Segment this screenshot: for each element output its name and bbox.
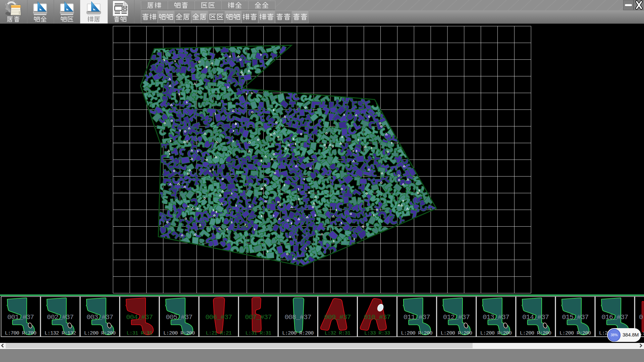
svg-text:010_#37: 010_#37 <box>364 313 390 321</box>
svg-text:L:200 R:200: L:200 R:200 <box>84 330 116 336</box>
svg-text:L:31 R:31: L:31 R:31 <box>246 330 271 336</box>
svg-text:L:200 R:200: L:200 R:200 <box>401 330 433 336</box>
svg-text:L:33 R:33: L:33 R:33 <box>364 330 390 336</box>
svg-text:009_#37: 009_#37 <box>324 313 351 321</box>
svg-text:005_#37: 005_#37 <box>166 313 192 321</box>
svg-text:0: 0 <box>639 313 643 321</box>
svg-text:L:200 R:200: L:200 R:200 <box>520 330 551 336</box>
svg-text:007_#37: 007_#37 <box>245 313 271 321</box>
svg-text:011_#37: 011_#37 <box>404 313 430 321</box>
svg-text:L:21 R:21: L:21 R:21 <box>206 330 232 336</box>
svg-text:001_#37: 001_#37 <box>7 313 34 321</box>
svg-text:008_#37: 008_#37 <box>284 313 311 321</box>
svg-text:L:200 R:200: L:200 R:200 <box>441 330 472 336</box>
svg-text:014_#37: 014_#37 <box>522 313 549 321</box>
svg-text:006_#37: 006_#37 <box>205 313 232 321</box>
svg-text:L:31 R:31: L:31 R:31 <box>126 330 152 336</box>
svg-text:L:200 R:200: L:200 R:200 <box>163 330 195 336</box>
svg-text:L:700 R:700: L:700 R:700 <box>5 330 37 336</box>
svg-text:013_#37: 013_#37 <box>483 313 509 321</box>
svg-text:L:200 R:200: L:200 R:200 <box>480 330 512 336</box>
svg-text:L:132 R:132: L:132 R:132 <box>45 330 76 336</box>
svg-text:016_#37: 016_#37 <box>601 313 628 321</box>
svg-text:003_#37: 003_#37 <box>87 313 113 321</box>
svg-text:015_#37: 015_#37 <box>562 313 588 321</box>
svg-text:004_#37: 004_#37 <box>126 313 153 321</box>
svg-text:L:32 R:31: L:32 R:31 <box>325 330 351 336</box>
svg-text:L:200 R:200: L:200 R:200 <box>282 330 314 336</box>
svg-text:L:200 R:200: L:200 R:200 <box>559 330 591 336</box>
svg-text:002_#37: 002_#37 <box>47 313 73 321</box>
svg-text:012_#37: 012_#37 <box>443 313 470 321</box>
